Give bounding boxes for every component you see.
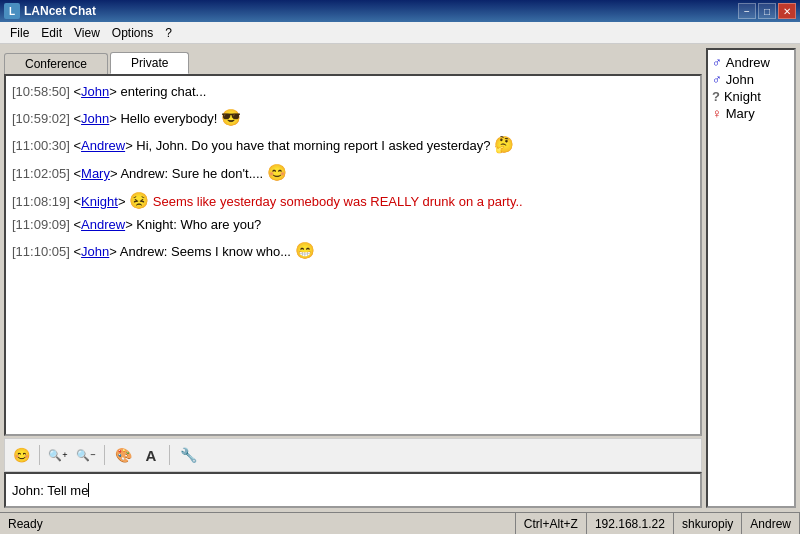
- chat-line: [10:58:50] <John> entering chat...: [12, 82, 694, 103]
- username-mary[interactable]: Mary: [81, 166, 110, 181]
- status-bar: Ready Ctrl+Alt+Z 192.168.1.22 shkuropiy …: [0, 512, 800, 534]
- title-bar: L LANcet Chat − □ ✕: [0, 0, 800, 22]
- chat-line: [11:08:19] <Knight> 😣 Seems like yesterd…: [12, 188, 694, 214]
- chat-line: [10:59:02] <John> Hello everybody! 😎: [12, 105, 694, 131]
- user-name-andrew: Andrew: [726, 55, 770, 70]
- tab-conference[interactable]: Conference: [4, 53, 108, 74]
- username-john[interactable]: John: [81, 111, 109, 126]
- minimize-button[interactable]: −: [738, 3, 756, 19]
- zoom-in-button[interactable]: 🔍+: [46, 443, 70, 467]
- username-andrew[interactable]: Andrew: [81, 217, 125, 232]
- user-item-andrew[interactable]: ♂ Andrew: [712, 54, 790, 71]
- toolbar-divider-2: [104, 445, 105, 465]
- zoom-out-button[interactable]: 🔍−: [74, 443, 98, 467]
- gender-unknown-icon: ?: [712, 89, 720, 104]
- settings-button[interactable]: 🔧: [176, 443, 200, 467]
- left-panel: Conference Private [10:58:50] <John> ent…: [4, 48, 702, 508]
- chat-line: [11:10:05] <John> Andrew: Seems I know w…: [12, 238, 694, 264]
- username-andrew[interactable]: Andrew: [81, 138, 125, 153]
- title-buttons: − □ ✕: [738, 3, 796, 19]
- menu-view[interactable]: View: [68, 24, 106, 42]
- main-container: Conference Private [10:58:50] <John> ent…: [0, 44, 800, 512]
- username-john[interactable]: John: [81, 84, 109, 99]
- tab-bar: Conference Private: [4, 48, 702, 74]
- menu-edit[interactable]: Edit: [35, 24, 68, 42]
- chat-input-area[interactable]: John: Tell me​: [4, 472, 702, 508]
- gender-female-icon: ♀: [712, 106, 722, 121]
- emoji-button[interactable]: 😊: [9, 443, 33, 467]
- user-name-john: John: [726, 72, 754, 87]
- gender-male-icon: ♂: [712, 55, 722, 70]
- menu-file[interactable]: File: [4, 24, 35, 42]
- user-name-knight: Knight: [724, 89, 761, 104]
- user-item-knight[interactable]: ? Knight: [712, 88, 790, 105]
- color-button[interactable]: 🎨: [111, 443, 135, 467]
- menu-bar: File Edit View Options ?: [0, 22, 800, 44]
- menu-help[interactable]: ?: [159, 24, 178, 42]
- close-button[interactable]: ✕: [778, 3, 796, 19]
- chat-line: [11:02:05] <Mary> Andrew: Sure he don't.…: [12, 160, 694, 186]
- maximize-button[interactable]: □: [758, 3, 776, 19]
- toolbar-divider-3: [169, 445, 170, 465]
- chat-line: [11:00:30] <Andrew> Hi, John. Do you hav…: [12, 132, 694, 158]
- status-shortcut: Ctrl+Alt+Z: [516, 513, 587, 534]
- status-user: shkuropiy: [674, 513, 742, 534]
- chat-area[interactable]: [10:58:50] <John> entering chat... [10:5…: [4, 74, 702, 436]
- title-bar-left: L LANcet Chat: [4, 3, 96, 19]
- user-name-mary: Mary: [726, 106, 755, 121]
- window-title: LANcet Chat: [24, 4, 96, 18]
- username-john[interactable]: John: [81, 244, 109, 259]
- app-icon: L: [4, 3, 20, 19]
- user-list: ♂ Andrew ♂ John ? Knight ♀ Mary: [706, 48, 796, 508]
- status-ready: Ready: [0, 513, 516, 534]
- toolbar-divider: [39, 445, 40, 465]
- status-ip: 192.168.1.22: [587, 513, 674, 534]
- status-active-user: Andrew: [742, 513, 800, 534]
- user-item-john[interactable]: ♂ John: [712, 71, 790, 88]
- chat-toolbar: 😊 🔍+ 🔍− 🎨 A 🔧: [4, 438, 702, 472]
- tab-private[interactable]: Private: [110, 52, 189, 74]
- menu-options[interactable]: Options: [106, 24, 159, 42]
- chat-line: [11:09:09] <Andrew> Knight: Who are you?: [12, 215, 694, 236]
- user-item-mary[interactable]: ♀ Mary: [712, 105, 790, 122]
- chat-input-text: John: Tell me: [12, 483, 88, 498]
- gender-male-icon: ♂: [712, 72, 722, 87]
- font-button[interactable]: A: [139, 443, 163, 467]
- username-knight[interactable]: Knight: [81, 194, 118, 209]
